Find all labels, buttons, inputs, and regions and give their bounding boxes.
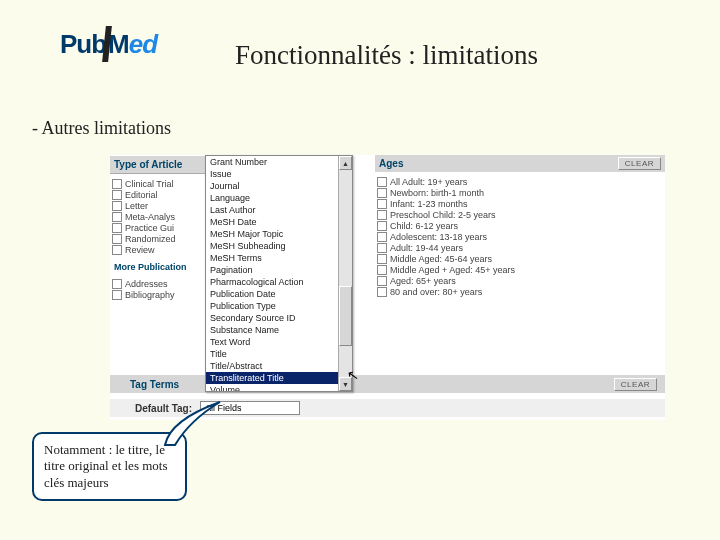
dropdown-item[interactable]: MeSH Date: [206, 216, 352, 228]
checkbox-icon[interactable]: [377, 254, 387, 264]
type-checklist: Clinical TrialEditorialLetterMeta-Analys…: [110, 174, 205, 260]
checkbox-icon[interactable]: [112, 212, 122, 222]
dropdown-item[interactable]: MeSH Subheading: [206, 240, 352, 252]
checkbox-icon[interactable]: [377, 188, 387, 198]
tag-terms-row: Tag Terms CLEAR: [110, 375, 665, 393]
check-item[interactable]: Letter: [112, 201, 203, 211]
tag-clear-button[interactable]: CLEAR: [614, 378, 657, 391]
callout-tail-icon: [160, 400, 240, 450]
dropdown-item[interactable]: MeSH Terms: [206, 252, 352, 264]
check-label: Editorial: [125, 190, 158, 200]
check-item[interactable]: Infant: 1-23 months: [377, 199, 663, 209]
check-label: Randomized: [125, 234, 176, 244]
check-label: All Adult: 19+ years: [390, 177, 467, 187]
checkbox-icon[interactable]: [112, 279, 122, 289]
check-item[interactable]: Newborn: birth-1 month: [377, 188, 663, 198]
check-item[interactable]: Aged: 65+ years: [377, 276, 663, 286]
dropdown-item[interactable]: Secondary Source ID: [206, 312, 352, 324]
check-item[interactable]: Randomized: [112, 234, 203, 244]
check-label: Child: 6-12 years: [390, 221, 458, 231]
checkbox-icon[interactable]: [112, 234, 122, 244]
slide-subtitle: - Autres limitations: [32, 118, 171, 139]
check-label: Aged: 65+ years: [390, 276, 456, 286]
check-item[interactable]: Middle Aged + Aged: 45+ years: [377, 265, 663, 275]
check-label: Adult: 19-44 years: [390, 243, 463, 253]
checkbox-icon[interactable]: [377, 276, 387, 286]
ages-checklist: All Adult: 19+ yearsNewborn: birth-1 mon…: [375, 172, 665, 302]
checkbox-icon[interactable]: [377, 177, 387, 187]
checkbox-icon[interactable]: [377, 243, 387, 253]
cursor-icon: ↖: [346, 366, 361, 384]
ages-clear-button[interactable]: CLEAR: [618, 157, 661, 170]
dropdown-item[interactable]: Title: [206, 348, 352, 360]
logo-ed: ed: [129, 29, 157, 59]
check-label: 80 and over: 80+ years: [390, 287, 482, 297]
check-item[interactable]: Clinical Trial: [112, 179, 203, 189]
check-item[interactable]: Practice Gui: [112, 223, 203, 233]
dropdown-item[interactable]: Issue: [206, 168, 352, 180]
check-label: Bibliography: [125, 290, 175, 300]
checkbox-icon[interactable]: [112, 245, 122, 255]
dropdown-item[interactable]: Publication Date: [206, 288, 352, 300]
dropdown-item[interactable]: Publication Type: [206, 300, 352, 312]
check-label: Review: [125, 245, 155, 255]
check-label: Newborn: birth-1 month: [390, 188, 484, 198]
check-item[interactable]: 80 and over: 80+ years: [377, 287, 663, 297]
check-item[interactable]: All Adult: 19+ years: [377, 177, 663, 187]
checkbox-icon[interactable]: [112, 290, 122, 300]
dropdown-item[interactable]: Language: [206, 192, 352, 204]
dropdown-item[interactable]: Text Word: [206, 336, 352, 348]
check-label: Practice Gui: [125, 223, 174, 233]
check-label: Letter: [125, 201, 148, 211]
dropdown-item[interactable]: Pagination: [206, 264, 352, 276]
dropdown-list: Grant NumberIssueJournalLanguageLast Aut…: [206, 156, 352, 391]
field-dropdown[interactable]: Grant NumberIssueJournalLanguageLast Aut…: [205, 155, 353, 392]
checkbox-icon[interactable]: [377, 232, 387, 242]
logo-m: M: [108, 29, 129, 59]
callout-text: Notamment : le titre, le titre original …: [44, 442, 167, 490]
dropdown-item[interactable]: Volume: [206, 384, 352, 391]
left-column: Type of Article Clinical TrialEditorialL…: [110, 155, 205, 305]
check-label: Middle Aged: 45-64 years: [390, 254, 492, 264]
checkbox-icon[interactable]: [377, 221, 387, 231]
check-item[interactable]: Adolescent: 13-18 years: [377, 232, 663, 242]
check-item[interactable]: Middle Aged: 45-64 years: [377, 254, 663, 264]
checkbox-icon[interactable]: [112, 190, 122, 200]
checkbox-icon[interactable]: [377, 265, 387, 275]
dropdown-item[interactable]: Pharmacological Action: [206, 276, 352, 288]
check-item[interactable]: Child: 6-12 years: [377, 221, 663, 231]
ages-title: Ages: [379, 158, 403, 169]
check-item[interactable]: Meta-Analys: [112, 212, 203, 222]
checkbox-icon[interactable]: [377, 210, 387, 220]
check-label: Preschool Child: 2-5 years: [390, 210, 496, 220]
pubmed-logo: PubMed: [60, 28, 157, 64]
check-item[interactable]: Review: [112, 245, 203, 255]
checkbox-icon[interactable]: [112, 201, 122, 211]
dropdown-item[interactable]: Journal: [206, 180, 352, 192]
dropdown-item[interactable]: Last Author: [206, 204, 352, 216]
check-item[interactable]: Adult: 19-44 years: [377, 243, 663, 253]
dropdown-item[interactable]: MeSH Major Topic: [206, 228, 352, 240]
check-item[interactable]: Addresses: [112, 279, 203, 289]
check-label: Clinical Trial: [125, 179, 174, 189]
check-label: Middle Aged + Aged: 45+ years: [390, 265, 515, 275]
check-item[interactable]: Editorial: [112, 190, 203, 200]
logo-pub: Pub: [60, 29, 106, 59]
check-label: Addresses: [125, 279, 168, 289]
dropdown-scrollbar[interactable]: ▲ ▼: [338, 156, 352, 391]
slide-title: Fonctionnalités : limitations: [235, 40, 538, 71]
screenshot-region: Type of Article Clinical TrialEditorialL…: [110, 155, 665, 420]
dropdown-item[interactable]: Transliterated Title: [206, 372, 352, 384]
checkbox-icon[interactable]: [112, 179, 122, 189]
more-publication-link[interactable]: More Publication: [110, 260, 205, 274]
check-item[interactable]: Bibliography: [112, 290, 203, 300]
dropdown-item[interactable]: Substance Name: [206, 324, 352, 336]
dropdown-item[interactable]: Title/Abstract: [206, 360, 352, 372]
checkbox-icon[interactable]: [377, 287, 387, 297]
check-item[interactable]: Preschool Child: 2-5 years: [377, 210, 663, 220]
checkbox-icon[interactable]: [377, 199, 387, 209]
checkbox-icon[interactable]: [112, 223, 122, 233]
scroll-thumb[interactable]: [339, 286, 352, 346]
scroll-up-button[interactable]: ▲: [339, 156, 352, 170]
dropdown-item[interactable]: Grant Number: [206, 156, 352, 168]
